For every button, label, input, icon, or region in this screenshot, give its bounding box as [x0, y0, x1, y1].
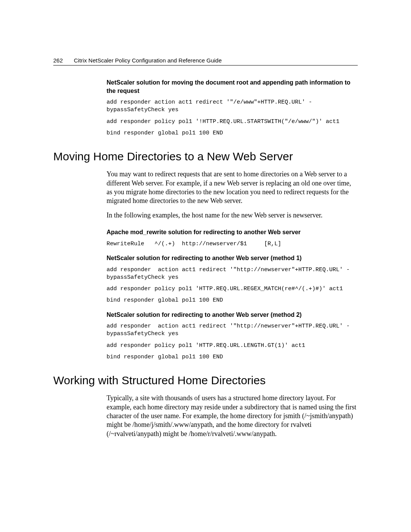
code-block: bind responder global pol1 100 END: [107, 297, 358, 304]
code-block: add responder policy pol1 'HTTP.REQ.URL.…: [107, 342, 358, 350]
subheading-apache: Apache mod_rewrite solution for redirect…: [107, 228, 358, 236]
body-paragraph: In the following examples, the host name…: [107, 211, 358, 220]
code-block: add responder action act1 redirect '"/e/…: [107, 99, 358, 114]
code-block: RewriteRule ^/(.+) http://newserver/$1 […: [107, 240, 358, 248]
header-title: Citrix NetScaler Policy Configuration an…: [74, 57, 358, 64]
body-paragraph: Typically, a site with thousands of user…: [107, 394, 358, 438]
page-header: 262 Citrix NetScaler Policy Configuratio…: [53, 57, 358, 66]
page: 262 Citrix NetScaler Policy Configuratio…: [0, 0, 411, 489]
code-block: add responder policy pol1 'HTTP.REQ.URL.…: [107, 285, 358, 293]
block-prev-continued: NetScaler solution for moving the docume…: [107, 78, 358, 137]
code-block: bind responder global pol1 100 END: [107, 353, 358, 361]
body-paragraph: You may want to redirect requests that a…: [107, 170, 358, 206]
section-heading-moving: Moving Home Directories to a New Web Ser…: [53, 150, 358, 163]
subheading-method1: NetScaler solution for redirecting to an…: [107, 254, 358, 262]
section-moving-body: You may want to redirect requests that a…: [107, 170, 358, 361]
subheading-docroot: NetScaler solution for moving the docume…: [107, 78, 358, 95]
subheading-method2: NetScaler solution for redirecting to an…: [107, 311, 358, 319]
code-block: bind responder global pol1 100 END: [107, 129, 358, 137]
code-block: add responder action act1 redirect '"htt…: [107, 323, 358, 338]
section-heading-structured: Working with Structured Home Directories: [53, 374, 358, 387]
section-structured-body: Typically, a site with thousands of user…: [107, 394, 358, 438]
code-block: add responder policy pol1 '!HTTP.REQ.URL…: [107, 118, 358, 126]
page-number: 262: [53, 57, 74, 64]
code-block: add responder action act1 redirect '"htt…: [107, 266, 358, 282]
